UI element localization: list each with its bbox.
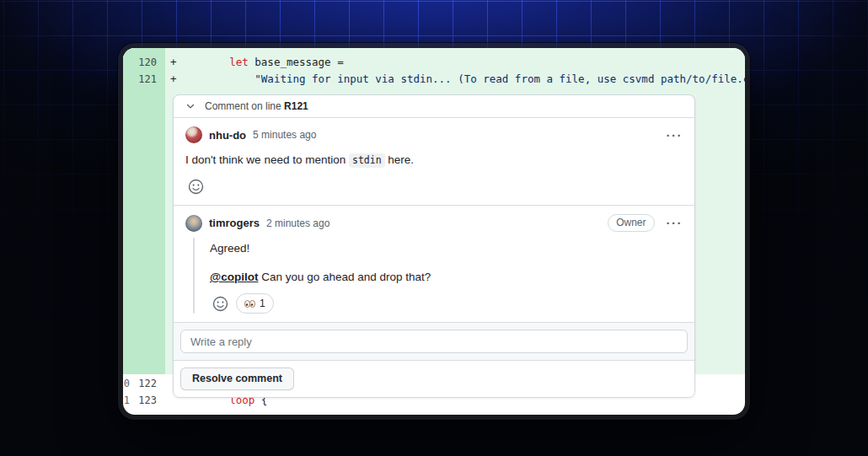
add-reaction-button[interactable]	[185, 176, 206, 196]
diff-line-120[interactable]: 120 + let base_message =	[123, 54, 745, 71]
comment-author[interactable]: nhu-do	[209, 129, 246, 142]
owner-badge: Owner	[608, 214, 654, 232]
thread-rail	[193, 238, 195, 314]
chevron-down-icon[interactable]	[185, 101, 196, 111]
add-reaction-button[interactable]	[210, 293, 230, 314]
diff-line-121[interactable]: 121 + "Waiting for input via stdin... (T…	[123, 71, 745, 88]
resolve-comment-button[interactable]: Resolve comment	[180, 367, 294, 390]
eyes-icon	[244, 300, 255, 308]
diff-sign: +	[165, 54, 179, 71]
old-line-number: 121	[123, 392, 130, 409]
code-line: "Waiting for input via stdin... (To read…	[179, 71, 745, 88]
thread-footer: Resolve comment	[174, 360, 694, 397]
comment-menu-button[interactable]: ···	[667, 217, 683, 229]
comment-body: I don't think we need to mention stdin h…	[185, 152, 683, 169]
eyes-reaction-pill[interactable]: 1	[236, 293, 274, 314]
kebab-menu-icon: ···	[667, 217, 683, 229]
new-line-number: 123	[130, 392, 165, 409]
diff-sign: +	[165, 71, 179, 88]
comment-author[interactable]: timrogers	[209, 217, 260, 229]
line-ref: R121	[284, 100, 308, 112]
mention-link[interactable]: @copilot	[210, 271, 258, 283]
reaction-count: 1	[260, 298, 265, 309]
thread-header[interactable]: Comment on line R121	[174, 95, 694, 118]
thread-header-label: Comment on line R121	[205, 100, 308, 112]
new-line-number: 121	[130, 71, 165, 88]
kebab-menu-icon: ···	[667, 129, 683, 142]
old-line-number: 120	[123, 375, 130, 392]
diff-gutter	[123, 48, 165, 374]
comment-timrogers: timrogers 2 minutes ago Owner ··· Agreed…	[174, 205, 694, 322]
avatar[interactable]	[185, 215, 202, 232]
new-line-number: 120	[130, 54, 165, 71]
comment-timestamp: 2 minutes ago	[266, 217, 330, 229]
smiley-icon	[188, 179, 204, 195]
avatar[interactable]	[185, 126, 202, 143]
inline-code: stdin	[349, 153, 385, 168]
comment-menu-button[interactable]: ···	[667, 129, 683, 142]
comment-body: @copilot Can you go ahead and drop that?	[210, 269, 683, 286]
comment-body: Agreed!	[210, 240, 683, 257]
smiley-icon	[212, 296, 228, 312]
code-review-window: 120 + let base_message = 121 + "Waiting …	[123, 48, 745, 415]
new-line-number: 122	[130, 375, 165, 392]
comment-timestamp: 5 minutes ago	[253, 129, 316, 141]
code-line: let base_message =	[179, 54, 745, 71]
reply-section	[174, 322, 694, 360]
comment-thread-card: Comment on line R121 nhu-do 5 minutes ag…	[173, 94, 695, 398]
reply-input[interactable]	[180, 330, 688, 353]
comment-nhu-do: nhu-do 5 minutes ago ··· I don't think w…	[174, 118, 694, 205]
